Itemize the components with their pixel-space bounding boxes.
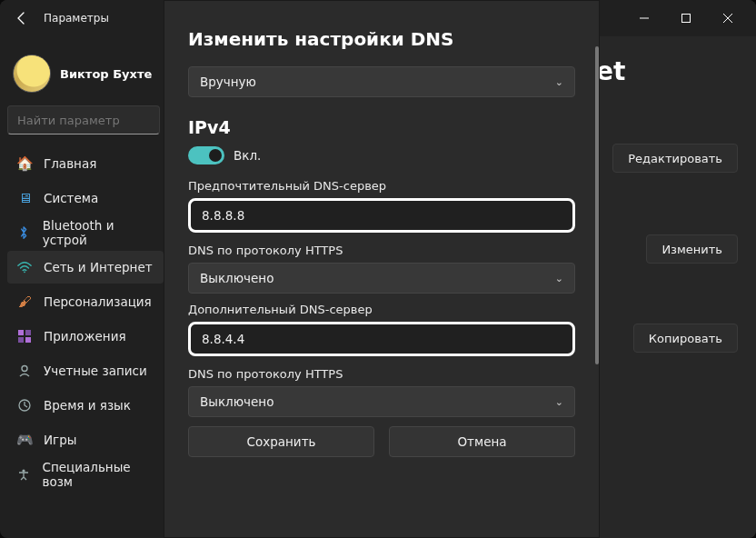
sidebar-item-time[interactable]: Время и язык	[7, 389, 164, 422]
alternate-dns-input[interactable]	[188, 322, 575, 356]
select-value: Выключено	[200, 394, 274, 409]
ipv4-toggle-label: Вкл.	[234, 148, 261, 163]
doh-preferred-select[interactable]: Выключено ⌄	[188, 263, 575, 294]
sidebar-item-label: Специальные возм	[42, 460, 154, 489]
svg-rect-1	[682, 15, 691, 23]
ipv4-heading: IPv4	[188, 117, 575, 137]
ipv4-toggle[interactable]	[188, 146, 224, 164]
network-icon	[16, 259, 33, 275]
doh-alternate-label: DNS по протоколу HTTPS	[188, 367, 575, 381]
time-icon	[16, 397, 33, 413]
accessibility-icon	[16, 466, 31, 483]
back-button[interactable]	[7, 4, 36, 33]
svg-rect-5	[18, 337, 24, 343]
minimize-button[interactable]	[623, 4, 665, 33]
copy-button[interactable]: Копировать	[633, 324, 738, 353]
svg-rect-4	[25, 330, 31, 335]
sidebar-item-personalization[interactable]: 🖌 Персонализация	[7, 285, 164, 318]
sidebar-item-bluetooth[interactable]: Bluetooth и устрой	[7, 216, 164, 249]
sidebar-item-label: Главная	[44, 156, 96, 171]
system-icon: 🖥	[16, 190, 33, 206]
close-button[interactable]	[707, 4, 749, 33]
settings-window: Параметры Виктор Бухте 🏠	[0, 0, 756, 538]
gaming-icon: 🎮	[16, 432, 33, 448]
sidebar-item-gaming[interactable]: 🎮 Игры	[7, 423, 164, 456]
svg-rect-3	[18, 330, 24, 335]
sidebar-item-apps[interactable]: Приложения	[7, 320, 164, 353]
dns-mode-select[interactable]: Вручную ⌄	[188, 66, 575, 97]
svg-point-9	[23, 469, 25, 472]
sidebar-item-accounts[interactable]: Учетные записи	[7, 354, 164, 387]
toggle-knob	[209, 149, 222, 162]
avatar	[13, 55, 51, 93]
select-value: Вручную	[200, 75, 256, 89]
sidebar-item-label: Игры	[44, 433, 76, 447]
maximize-button[interactable]	[665, 4, 707, 33]
sidebar: Виктор Бухте 🏠 Главная 🖥 Система	[0, 36, 164, 538]
home-icon: 🏠	[16, 155, 33, 172]
sidebar-item-label: Учетные записи	[44, 364, 147, 378]
sidebar-item-network[interactable]: Сеть и Интернет	[7, 251, 164, 284]
sidebar-item-label: Bluetooth и устрой	[43, 218, 154, 247]
user-name: Виктор Бухте	[60, 67, 152, 81]
doh-preferred-label: DNS по протоколу HTTPS	[188, 244, 575, 257]
sidebar-item-label: Персонализация	[44, 294, 152, 309]
cancel-button[interactable]: Отмена	[389, 426, 575, 457]
accounts-icon	[16, 363, 33, 379]
sidebar-item-label: Время и язык	[44, 398, 131, 413]
user-profile[interactable]: Виктор Бухте	[7, 44, 164, 105]
select-value: Выключено	[200, 271, 274, 285]
sidebar-item-accessibility[interactable]: Специальные возм	[7, 458, 164, 491]
save-button[interactable]: Сохранить	[188, 426, 374, 457]
search-container	[7, 105, 164, 140]
alternate-dns-label: Дополнительный DNS-сервер	[188, 303, 575, 316]
search-input[interactable]	[7, 105, 160, 134]
chevron-down-icon: ⌄	[555, 76, 563, 88]
svg-rect-6	[25, 337, 31, 343]
sidebar-item-home[interactable]: 🏠 Главная	[7, 147, 164, 180]
sidebar-item-label: Приложения	[44, 329, 126, 344]
preferred-dns-label: Предпочтительный DNS-сервер	[188, 179, 575, 193]
dialog-actions: Сохранить Отмена	[188, 426, 575, 457]
window-controls	[623, 4, 749, 33]
personalization-icon: 🖌	[16, 294, 33, 310]
svg-point-7	[22, 366, 27, 372]
preferred-dns-input[interactable]	[188, 198, 575, 233]
apps-icon	[16, 328, 33, 344]
chevron-down-icon: ⌄	[555, 396, 563, 408]
ipv4-toggle-row: Вкл.	[188, 146, 575, 164]
dialog-title: Изменить настройки DNS	[188, 28, 575, 50]
bluetooth-icon	[16, 224, 32, 241]
dns-settings-dialog: Изменить настройки DNS Вручную ⌄ IPv4 Вк…	[164, 0, 600, 538]
sidebar-item-label: Сеть и Интернет	[44, 260, 153, 274]
nav: 🏠 Главная 🖥 Система Bluetooth и устрой	[7, 147, 164, 491]
edit-button[interactable]: Редактировать	[612, 144, 738, 173]
svg-point-2	[24, 271, 25, 273]
doh-alternate-select[interactable]: Выключено ⌄	[188, 386, 575, 417]
change-button[interactable]: Изменить	[646, 234, 738, 264]
sidebar-item-label: Система	[44, 191, 98, 205]
chevron-down-icon: ⌄	[555, 273, 563, 284]
sidebar-item-system[interactable]: 🖥 Система	[7, 182, 164, 214]
dialog-scrollbar[interactable]	[595, 46, 599, 364]
